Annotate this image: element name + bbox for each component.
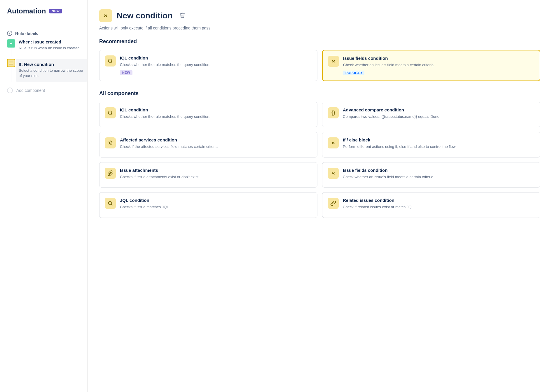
timeline-line-2 xyxy=(11,67,11,81)
card-issue-attachments[interactable]: Issue attachments Checks if issue attach… xyxy=(99,162,317,188)
card-body-issue-fields-rec: Issue fields condition Check whether an … xyxy=(343,56,534,75)
trigger-node: + xyxy=(7,39,15,48)
card-body-if-else: If / else block Perform different action… xyxy=(343,137,535,152)
card-desc-jql: Checks if issue matches JQL. xyxy=(120,204,312,210)
card-affected-services[interactable]: Affected services condition Check if the… xyxy=(99,132,317,158)
condition-title: If: New condition xyxy=(19,62,84,67)
card-desc-if-else: Perform different actions using if, else… xyxy=(343,144,535,150)
svg-point-5 xyxy=(109,142,111,144)
card-desc-related-issues: Check if related issues exist or match J… xyxy=(343,204,535,210)
card-tag-new-iql-rec: NEW xyxy=(120,70,132,75)
card-jql-condition[interactable]: JQL condition Checks if issue matches JQ… xyxy=(99,192,317,218)
card-desc-affected-services: Check if the affected services field mat… xyxy=(120,144,312,150)
card-iql-condition-rec[interactable]: IQL condition Checks whether the rule ma… xyxy=(99,50,317,81)
svg-point-3 xyxy=(108,59,112,62)
card-title-issue-fields: Issue fields condition xyxy=(343,168,535,173)
trash-icon[interactable] xyxy=(179,12,185,20)
add-component[interactable]: Add component xyxy=(7,84,87,97)
card-body-related-issues: Related issues condition Check if relate… xyxy=(343,198,535,212)
card-title-affected-services: Affected services condition xyxy=(120,137,312,142)
sidebar-header: Automation NEW xyxy=(0,7,87,21)
card-icon-iql-rec xyxy=(105,55,116,66)
app-new-badge: NEW xyxy=(49,9,62,13)
svg-rect-1 xyxy=(9,63,13,63)
condition-node xyxy=(7,59,15,67)
card-icon-jql xyxy=(105,198,116,209)
card-desc-issue-attachments: Checks if issue attachments exist or don… xyxy=(120,174,312,180)
main-content: New condition Actions will only execute … xyxy=(88,0,552,392)
card-icon-advanced-compare: {} xyxy=(328,107,339,118)
timeline-item-condition[interactable]: If: New condition Select a condition to … xyxy=(7,59,87,81)
card-title-advanced-compare: Advanced compare condition xyxy=(343,107,535,112)
card-desc-advanced-compare: Compares two values: {{issue.status.name… xyxy=(343,114,535,120)
card-title-issue-attachments: Issue attachments xyxy=(120,168,312,173)
timeline-line-1 xyxy=(11,48,11,57)
card-tag-popular-issue-fields-rec: POPULAR xyxy=(343,71,364,75)
card-body-affected-services: Affected services condition Check if the… xyxy=(120,137,312,152)
all-components-section-title: All components xyxy=(99,90,540,97)
trigger-title: When: Issue created xyxy=(19,39,81,44)
card-icon-if-else xyxy=(328,137,339,148)
timeline-connector-condition xyxy=(7,59,15,81)
card-title-jql: JQL condition xyxy=(120,198,312,203)
svg-rect-2 xyxy=(9,64,13,64)
card-title-if-else: If / else block xyxy=(343,137,535,142)
card-icon-iql xyxy=(105,107,116,118)
card-title-issue-fields-rec: Issue fields condition xyxy=(343,56,534,61)
card-desc-iql: Checks whether the rule matches the quer… xyxy=(120,114,312,120)
page-description: Actions will only execute if all conditi… xyxy=(99,26,540,30)
sidebar-divider xyxy=(7,21,80,21)
card-icon-affected-services xyxy=(105,137,116,148)
card-advanced-compare[interactable]: {} Advanced compare condition Compares t… xyxy=(322,102,540,127)
page-condition-icon xyxy=(99,9,112,22)
card-body-issue-attachments: Issue attachments Checks if issue attach… xyxy=(120,168,312,182)
card-issue-fields[interactable]: Issue fields condition Check whether an … xyxy=(322,162,540,188)
card-body-jql: JQL condition Checks if issue matches JQ… xyxy=(120,198,312,212)
card-icon-issue-attachments xyxy=(105,168,116,179)
app-title: Automation xyxy=(7,7,46,15)
card-icon-issue-fields xyxy=(328,168,339,179)
recommended-cards-grid: IQL condition Checks whether the rule ma… xyxy=(99,50,540,81)
card-body-iql: IQL condition Checks whether the rule ma… xyxy=(120,107,312,122)
add-circle-icon xyxy=(7,88,13,93)
trigger-content: When: Issue created Rule is run when an … xyxy=(19,39,81,57)
svg-rect-0 xyxy=(9,62,13,62)
timeline: + When: Issue created Rule is run when a… xyxy=(0,39,87,97)
rule-details-item[interactable]: i Rule details xyxy=(0,27,87,39)
timeline-connector-trigger: + xyxy=(7,39,15,57)
all-components-cards-grid: IQL condition Checks whether the rule ma… xyxy=(99,102,540,218)
card-desc-issue-fields-rec: Check whether an issue's field meets a c… xyxy=(343,62,534,68)
page-header: New condition xyxy=(99,9,540,22)
card-desc-iql-rec: Checks whether the rule matches the quer… xyxy=(120,62,312,68)
card-title-iql-rec: IQL condition xyxy=(120,55,312,60)
card-if-else[interactable]: If / else block Perform different action… xyxy=(322,132,540,158)
sidebar: Automation NEW i Rule details + When: Is… xyxy=(0,0,88,392)
card-related-issues[interactable]: Related issues condition Check if relate… xyxy=(322,192,540,218)
card-icon-issue-fields-rec xyxy=(328,56,339,67)
recommended-section-title: Recommended xyxy=(99,38,540,45)
card-issue-fields-rec[interactable]: Issue fields condition Check whether an … xyxy=(322,50,540,81)
condition-content: If: New condition Select a condition to … xyxy=(16,59,87,81)
svg-point-6 xyxy=(108,201,112,205)
timeline-item-trigger[interactable]: + When: Issue created Rule is run when a… xyxy=(7,39,87,57)
card-title-iql: IQL condition xyxy=(120,107,312,112)
card-body-advanced-compare: Advanced compare condition Compares two … xyxy=(343,107,535,122)
condition-subtitle: Select a condition to narrow the scope o… xyxy=(19,68,84,78)
trigger-subtitle: Rule is run when an issue is created. xyxy=(19,46,81,51)
add-component-label: Add component xyxy=(16,88,45,93)
info-icon: i xyxy=(7,31,12,36)
card-title-related-issues: Related issues condition xyxy=(343,198,535,203)
card-iql-condition[interactable]: IQL condition Checks whether the rule ma… xyxy=(99,102,317,127)
page-title: New condition xyxy=(117,11,172,20)
card-desc-issue-fields: Check whether an issue's field meets a c… xyxy=(343,174,535,180)
card-body-issue-fields: Issue fields condition Check whether an … xyxy=(343,168,535,182)
rule-details-label: Rule details xyxy=(15,31,38,36)
svg-point-4 xyxy=(108,111,112,114)
card-icon-related-issues xyxy=(328,198,339,209)
card-body-iql-rec: IQL condition Checks whether the rule ma… xyxy=(120,55,312,76)
